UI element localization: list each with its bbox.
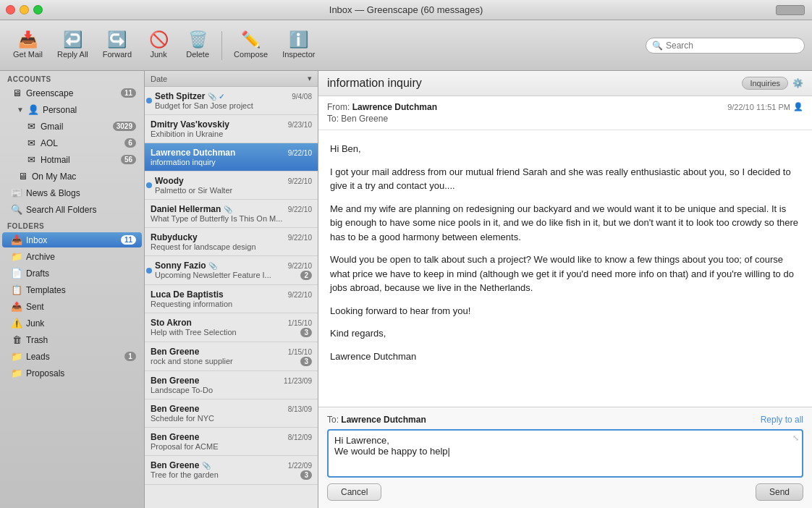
delete-button[interactable]: 🗑️ Delete xyxy=(179,29,216,62)
body-para-1: I got your mail address from our mutual … xyxy=(330,165,800,193)
email-tag: Inquiries xyxy=(742,77,788,90)
maximize-button[interactable] xyxy=(33,5,43,14)
minimize-button[interactable] xyxy=(20,5,29,14)
proposals-icon: 📁 xyxy=(11,368,22,378)
email-item[interactable]: Ben Greene 📎 1/22/09 Tree for the garden… xyxy=(145,456,318,485)
body-greeting: Hi Ben, xyxy=(330,142,800,156)
delete-icon: 🗑️ xyxy=(188,32,208,48)
unread-dot xyxy=(146,182,152,188)
gear-icon[interactable]: ⚙️ xyxy=(792,78,803,88)
email-item[interactable]: Seth Spitzer 📎 ✓ 9/4/08 Budget for San J… xyxy=(145,87,318,115)
email-item[interactable]: Sto Akron 1/15/10 Help with Tree Selecti… xyxy=(145,313,318,342)
aol-icon: ✉ xyxy=(25,137,37,148)
paperclip-icon: 📎 xyxy=(208,93,216,101)
close-button[interactable] xyxy=(6,5,15,14)
toolbar-divider xyxy=(221,31,222,60)
compose-icon: ✏️ xyxy=(241,32,261,48)
email-item[interactable]: Luca De Baptistis 9/22/10 Requesting inf… xyxy=(145,285,318,313)
sidebar-item-archive[interactable]: 📁 Archive xyxy=(2,249,142,264)
sidebar-item-templates[interactable]: 📋 Templates xyxy=(2,282,142,297)
personal-icon: 👤 xyxy=(28,104,39,115)
reply-all-icon: ↩️ xyxy=(63,32,83,48)
email-item[interactable]: Sonny Fazio 📎 9/22/10 Upcoming Newslette… xyxy=(145,256,318,285)
verified-icon: ✓ xyxy=(219,93,224,101)
sidebar-item-junk[interactable]: ⚠️ Junk xyxy=(2,316,142,331)
sidebar-item-trash[interactable]: 🗑 Trash xyxy=(2,332,142,347)
search-input[interactable] xyxy=(666,41,796,51)
sidebar-item-inbox[interactable]: 📥 Inbox 11 xyxy=(2,232,142,247)
sidebar-item-personal[interactable]: ▼ 👤 Personal xyxy=(2,102,142,117)
sidebar-item-gmail[interactable]: ✉ Gmail 3029 xyxy=(2,119,142,134)
from-to: From: Lawrence Dutchman To: Ben Greene xyxy=(327,102,437,124)
zoom-control[interactable] xyxy=(776,5,805,15)
email-item[interactable]: Woody 9/22/10 Palmetto or Sir Walter xyxy=(145,172,318,200)
inbox-icon: 📥 xyxy=(11,234,22,245)
trash-icon: 🗑 xyxy=(11,334,22,345)
reply-all-link[interactable]: Reply to all xyxy=(761,415,803,425)
junk-folder-icon: ⚠️ xyxy=(11,318,22,329)
email-subject: information inquiry xyxy=(327,77,422,90)
sidebar: ACCOUNTS 🖥 Greenscape 11 ▼ 👤 Personal ✉ … xyxy=(0,71,145,508)
email-timestamp: 9/22/10 11:51 PM 👤 xyxy=(727,102,803,111)
compose-button[interactable]: ✏️ Compose xyxy=(228,29,274,62)
email-list: Date ▾ Seth Spitzer 📎 ✓ 9/4/08 Budget fo… xyxy=(145,71,318,508)
search-folders-icon: 🔍 xyxy=(11,204,22,215)
paperclip-icon: 📎 xyxy=(208,262,217,270)
mac-icon: 🖥 xyxy=(17,171,28,182)
email-item[interactable]: Dmitry Vas'kovskiy 9/23/10 Exhibition in… xyxy=(145,115,318,143)
window-title: Inbox — Greenscape (60 messages) xyxy=(329,4,483,15)
email-body: Hi Ben, I got your mail address from our… xyxy=(318,130,812,407)
sidebar-item-proposals[interactable]: 📁 Proposals xyxy=(2,365,142,381)
reply-to-label: To: Lawrence Dutchman xyxy=(327,415,426,425)
reply-area: To: Lawrence Dutchman Reply to all Hi La… xyxy=(318,407,812,508)
email-item[interactable]: Rubyducky 9/22/10 Request for landscape … xyxy=(145,228,318,256)
email-list-header: Date ▾ xyxy=(145,71,318,87)
email-item[interactable]: Ben Greene 1/15/10 rock and stone suppli… xyxy=(145,342,318,371)
drafts-icon: 📄 xyxy=(11,268,22,279)
reply-textarea[interactable]: Hi Lawrence, We would be happy to help| xyxy=(334,435,796,470)
inspector-button[interactable]: ℹ️ Inspector xyxy=(276,29,321,62)
sidebar-item-greenscape[interactable]: 🖥 Greenscape 11 xyxy=(2,85,142,101)
templates-icon: 📋 xyxy=(11,284,22,295)
sort-label: Date xyxy=(151,75,167,83)
reply-all-button[interactable]: ↩️ Reply All xyxy=(51,29,94,62)
send-button[interactable]: Send xyxy=(756,483,803,501)
sidebar-item-leads[interactable]: 📁 Leads 1 xyxy=(2,349,142,364)
sidebar-item-search-all[interactable]: 🔍 Search All Folders xyxy=(2,202,142,217)
email-item[interactable]: Ben Greene 8/12/09 Proposal for ACME xyxy=(145,428,318,456)
detail-header: information inquiry Inquiries ⚙️ xyxy=(318,71,812,96)
email-item-selected[interactable]: Lawrence Dutchman 9/22/10 information in… xyxy=(145,143,318,172)
reply-header: To: Lawrence Dutchman Reply to all xyxy=(327,415,803,425)
junk-button[interactable]: 🚫 Junk xyxy=(140,29,177,62)
rss-icon: 📰 xyxy=(11,187,22,198)
sidebar-item-on-my-mac[interactable]: 🖥 On My Mac xyxy=(2,169,142,184)
to-row: To: Ben Greene xyxy=(327,114,437,124)
avatar-icon: 👤 xyxy=(793,102,803,111)
toolbar: 📥 Get Mail ↩️ Reply All ↪️ Forward 🚫 Jun… xyxy=(0,20,812,71)
sidebar-item-drafts[interactable]: 📄 Drafts xyxy=(2,266,142,281)
sidebar-item-sent[interactable]: 📤 Sent xyxy=(2,299,142,314)
title-bar: Inbox — Greenscape (60 messages) xyxy=(0,0,812,20)
sidebar-item-hotmail[interactable]: ✉ Hotmail 56 xyxy=(2,152,142,167)
body-signature: Lawrence Dutchman xyxy=(330,350,800,364)
window-controls xyxy=(6,5,43,14)
archive-icon: 📁 xyxy=(11,251,22,262)
sidebar-item-aol[interactable]: ✉ AOL 6 xyxy=(2,135,142,151)
get-mail-icon: 📥 xyxy=(18,32,38,48)
email-item[interactable]: Daniel Hellerman 📎 9/22/10 What Type of … xyxy=(145,200,318,228)
unread-dot xyxy=(146,268,152,274)
leads-icon: 📁 xyxy=(11,351,22,362)
get-mail-button[interactable]: 📥 Get Mail xyxy=(7,29,48,62)
cancel-button[interactable]: Cancel xyxy=(327,483,381,501)
body-para-2: Me and my wife are planning on redesigni… xyxy=(330,202,800,245)
sidebar-item-news-blogs[interactable]: 📰 News & Blogs xyxy=(2,185,142,200)
search-box[interactable]: 🔍 xyxy=(646,38,805,54)
expand-icon[interactable]: ⤡ xyxy=(792,433,799,443)
junk-icon: 🚫 xyxy=(149,32,169,48)
email-item[interactable]: Ben Greene 8/13/09 Schedule for NYC xyxy=(145,399,318,428)
accounts-header: ACCOUNTS xyxy=(0,71,144,85)
sort-arrow: ▾ xyxy=(308,74,312,83)
email-item[interactable]: Ben Greene 11/23/09 Landscape To-Do xyxy=(145,371,318,399)
forward-button[interactable]: ↪️ Forward xyxy=(97,29,138,62)
reply-actions: Cancel Send xyxy=(327,483,803,501)
